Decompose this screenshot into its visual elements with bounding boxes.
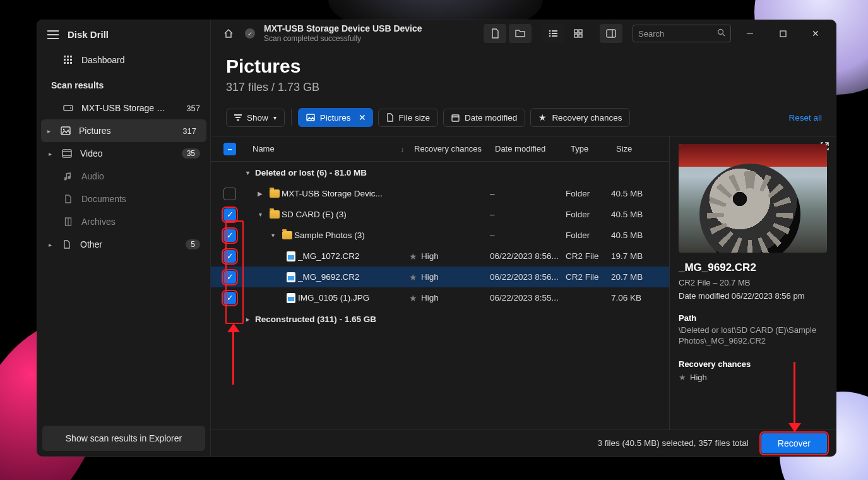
reset-all-button[interactable]: Reset all xyxy=(788,113,822,123)
search-input[interactable]: Search xyxy=(633,25,731,42)
table-row[interactable]: ✓_MG_1072.CR2★High06/22/2023 8:56...CR2 … xyxy=(211,246,669,267)
preview-path-heading: Path xyxy=(679,313,827,323)
svg-rect-28 xyxy=(607,30,615,37)
window-maximize-button[interactable] xyxy=(769,24,797,43)
row-recovery: ★High xyxy=(409,272,490,282)
sidebar-item-archives[interactable]: Archives xyxy=(37,210,210,233)
column-recovery[interactable]: Recovery chances xyxy=(409,144,490,153)
table-row[interactable]: ✓_MG_9692.CR2★High06/22/2023 8:56...CR2 … xyxy=(211,267,669,287)
filter-chip-date[interactable]: Date modified xyxy=(443,109,525,127)
svg-rect-0 xyxy=(64,56,66,57)
row-checkbox[interactable]: ✓ xyxy=(223,271,236,284)
row-size: 40.5 MB xyxy=(611,189,664,198)
svg-rect-5 xyxy=(70,59,72,61)
group-header[interactable]: ▸Reconstructed (311) - 1.65 GB xyxy=(211,308,669,330)
hamburger-menu-icon[interactable] xyxy=(47,30,59,39)
expand-toggle[interactable]: ▶ xyxy=(253,190,268,197)
column-type[interactable]: Type xyxy=(566,144,611,153)
sidebar-item-pictures[interactable]: ▸ Pictures 317 xyxy=(41,119,206,142)
grid-icon xyxy=(62,54,74,66)
table-row[interactable]: ✓▾SD CARD (E) (3)–Folder40.5 MB xyxy=(211,204,669,225)
svg-rect-6 xyxy=(64,62,66,64)
group-header[interactable]: ▾Deleted or lost (6) - 81.0 MB xyxy=(211,162,669,183)
filter-chip-filesize[interactable]: File size xyxy=(378,109,439,127)
row-recovery: ★High xyxy=(409,251,490,261)
sidebar-item-label: Other xyxy=(80,239,102,249)
row-size: 19.7 MB xyxy=(611,251,664,261)
row-checkbox[interactable]: ✓ xyxy=(223,229,236,242)
file-icon xyxy=(284,293,298,303)
svg-rect-2 xyxy=(70,56,72,57)
row-size: 7.06 KB xyxy=(611,293,664,303)
svg-point-10 xyxy=(70,107,71,109)
window-minimize-button[interactable]: ─ xyxy=(736,24,764,43)
select-all-checkbox[interactable]: – xyxy=(223,143,236,155)
column-name[interactable]: Name↓ xyxy=(247,144,409,153)
svg-rect-26 xyxy=(574,34,578,37)
picture-icon xyxy=(60,125,71,136)
home-button[interactable] xyxy=(217,24,240,43)
expand-toggle[interactable]: ▾ xyxy=(253,211,268,218)
row-filename: _MG_9692.CR2 xyxy=(298,272,409,282)
sidebar-item-label: Archives xyxy=(81,217,116,227)
expand-toggle[interactable]: ▾ xyxy=(265,232,280,239)
column-size[interactable]: Size xyxy=(611,144,664,153)
column-date[interactable]: Date modified xyxy=(490,144,566,153)
filter-chip-pictures[interactable]: Pictures ✕ xyxy=(298,108,373,127)
folder-icon xyxy=(280,231,294,239)
sidebar-item-label: Dashboard xyxy=(81,55,125,65)
sidebar-item-label: MXT-USB Storage Devic... xyxy=(81,103,170,113)
sidebar-item-label: Audio xyxy=(81,171,104,181)
sidebar-item-dashboard[interactable]: Dashboard xyxy=(37,49,210,71)
preview-thumbnail xyxy=(679,144,827,253)
folder-view-button[interactable] xyxy=(509,24,532,43)
table-row[interactable]: ✓▾Sample Photos (3)–Folder40.5 MB xyxy=(211,225,669,246)
svg-rect-3 xyxy=(64,59,66,61)
row-date: – xyxy=(490,189,566,198)
row-checkbox[interactable]: ✓ xyxy=(223,250,236,263)
recover-button[interactable]: Recover xyxy=(761,433,827,453)
titlebar: ✓ MXT-USB Storage Device USB Device Scan… xyxy=(211,20,836,47)
filter-chip-recovery[interactable]: ★ Recovery chances xyxy=(530,108,630,127)
row-checkbox[interactable]: ✓ xyxy=(223,292,236,304)
svg-rect-32 xyxy=(780,31,786,37)
table-row[interactable]: ▶MXT-USB Storage Devic...–Folder40.5 MB xyxy=(211,183,669,204)
sidebar-item-documents[interactable]: Documents xyxy=(37,188,210,210)
file-view-button[interactable] xyxy=(484,24,506,43)
star-icon: ★ xyxy=(538,112,547,123)
row-type: CR2 File xyxy=(566,272,611,282)
row-checkbox[interactable] xyxy=(223,188,236,200)
sidebar-item-audio[interactable]: Audio xyxy=(37,165,210,188)
sidebar-item-other[interactable]: ▸ Other 5 xyxy=(37,233,210,256)
sidebar-item-video[interactable]: ▸ Video 35 xyxy=(37,142,210,165)
chevron-right-icon: ▸ xyxy=(47,128,52,135)
svg-point-30 xyxy=(718,30,723,35)
row-type: CR2 File xyxy=(566,251,611,261)
sidebar-item-drive[interactable]: MXT-USB Storage Devic... 357 xyxy=(37,97,210,119)
chevron-right-icon: ▸ xyxy=(49,241,54,248)
svg-point-22 xyxy=(549,35,551,37)
chip-label: File size xyxy=(399,113,431,123)
svg-rect-14 xyxy=(62,151,71,152)
footer: 3 files (40.5 MB) selected, 357 files to… xyxy=(211,429,836,456)
svg-rect-27 xyxy=(579,34,582,37)
row-checkbox[interactable]: ✓ xyxy=(223,208,236,221)
panel-toggle-button[interactable] xyxy=(600,24,622,43)
svg-rect-19 xyxy=(552,30,557,32)
list-view-button[interactable] xyxy=(542,24,564,43)
svg-rect-24 xyxy=(574,30,578,33)
show-dropdown[interactable]: Show ▾ xyxy=(226,109,285,127)
drive-icon xyxy=(62,102,74,114)
sidebar: Disk Drill Dashboard Scan results MXT-US… xyxy=(37,20,211,456)
preview-date-modified: Date modified 06/22/2023 8:56 pm xyxy=(679,291,827,301)
table-row[interactable]: ✓IMG_0105 (1).JPG★High06/22/2023 8:55...… xyxy=(211,287,669,308)
folder-icon xyxy=(268,210,282,219)
device-title: MXT-USB Storage Device USB Device xyxy=(264,23,422,35)
show-in-explorer-button[interactable]: Show scan results in Explorer xyxy=(42,426,205,451)
chip-label: Pictures xyxy=(320,113,351,123)
window-close-button[interactable]: ✕ xyxy=(802,24,829,43)
close-icon[interactable]: ✕ xyxy=(359,112,366,123)
grid-view-button[interactable] xyxy=(567,24,590,43)
document-icon xyxy=(62,193,74,205)
svg-rect-8 xyxy=(70,62,72,64)
